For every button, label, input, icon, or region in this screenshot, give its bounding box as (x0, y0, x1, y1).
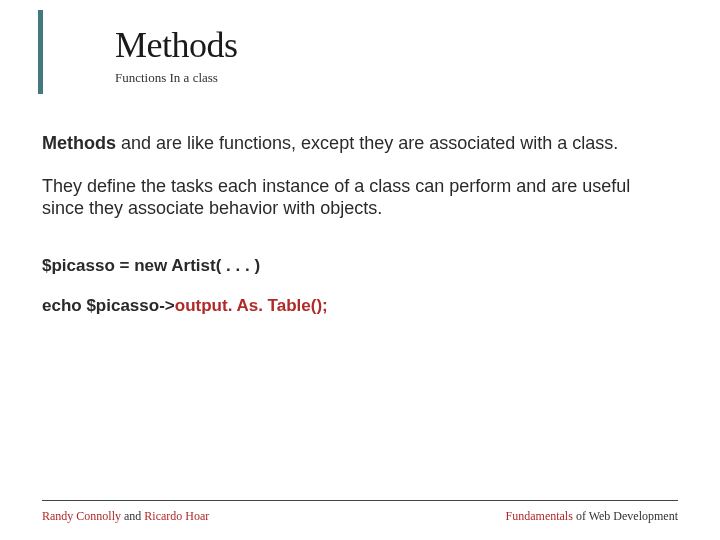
footer-author-2: Ricardo Hoar (144, 509, 209, 523)
footer-and: and (121, 509, 144, 523)
slide-subtitle: Functions In a class (115, 70, 720, 86)
paragraph-1-rest: and are like functions, except they are … (116, 133, 618, 153)
slide-footer: Randy Connolly and Ricardo Hoar Fundamen… (42, 500, 678, 524)
slide-header: Methods Functions In a class (38, 10, 720, 94)
paragraph-1: Methods and are like functions, except t… (42, 132, 672, 155)
slide-title: Methods (115, 24, 720, 66)
code-line-2-prefix: echo $picasso-> (42, 296, 175, 315)
code-method-name: output. As. Table(); (175, 296, 328, 315)
footer-book-rest: of Web Development (573, 509, 678, 523)
footer-book: Fundamentals of Web Development (506, 509, 678, 524)
footer-book-accent: Fundamentals (506, 509, 573, 523)
code-line-1: $picasso = new Artist( . . . ) (42, 256, 672, 276)
paragraph-2: They define the tasks each instance of a… (42, 175, 672, 220)
slide-content: Methods and are like functions, except t… (0, 94, 720, 316)
footer-authors: Randy Connolly and Ricardo Hoar (42, 509, 209, 524)
paragraph-1-bold: Methods (42, 133, 116, 153)
footer-author-1: Randy Connolly (42, 509, 121, 523)
code-block: $picasso = new Artist( . . . ) echo $pic… (42, 256, 672, 316)
code-line-2: echo $picasso->output. As. Table(); (42, 296, 672, 316)
